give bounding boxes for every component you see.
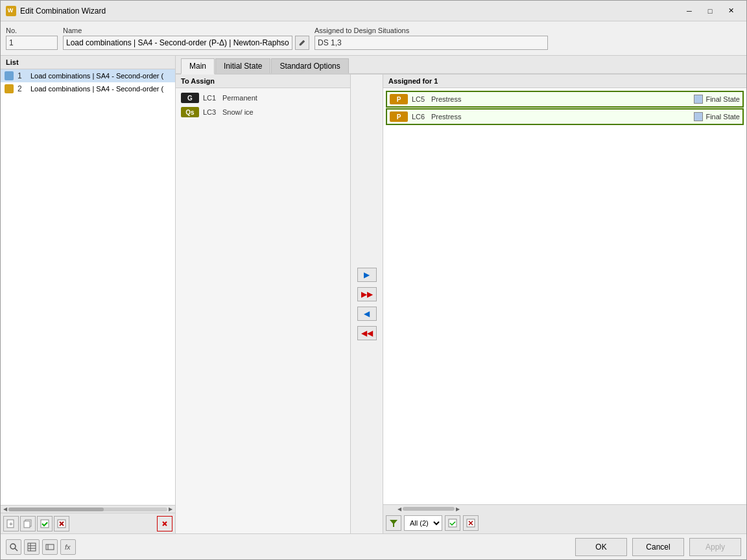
assigned-header: Assigned for 1: [383, 75, 746, 88]
title-bar: W Edit Combination Wizard ─ □ ✕: [1, 1, 746, 21]
filter-select[interactable]: All (2): [404, 515, 442, 531]
svg-text:W: W: [8, 7, 14, 14]
assigned-scrollbar[interactable]: ◀ ▶: [383, 505, 746, 513]
to-assign-header: To Assign: [176, 75, 350, 88]
right-panel: Main Initial State Standard Options To A…: [176, 56, 746, 533]
list-item-icon: [5, 84, 14, 93]
assign-name: Permanent: [222, 94, 257, 102]
list-item-num: 2: [18, 84, 28, 93]
name-field-group: Name: [63, 27, 309, 50]
bottom-left-tools: fx: [6, 539, 76, 555]
list-item-num: 1: [18, 71, 28, 80]
formula-button[interactable]: fx: [60, 539, 76, 555]
tab-standard-options[interactable]: Standard Options: [271, 58, 348, 73]
scroll-left[interactable]: ◀: [396, 505, 403, 513]
tab-content: To Assign G LC1 Permanent Qs LC3 Snow/ i…: [176, 75, 746, 533]
to-assign-content: G LC1 Permanent Qs LC3 Snow/ ice: [176, 88, 350, 533]
assign-badge-qs: Qs: [181, 107, 199, 117]
no-input[interactable]: [6, 36, 58, 50]
main-area: List 1 Load combinations | SA4 - Second-…: [1, 56, 746, 533]
assigned-name: Prestress: [431, 95, 694, 103]
assigned-badge-lc5: P: [390, 94, 408, 104]
list-content: 1 Load combinations | SA4 - Second-order…: [1, 69, 175, 505]
assign-item[interactable]: Qs LC3 Snow/ ice: [178, 105, 348, 119]
check-all-button[interactable]: [445, 515, 460, 531]
no-field-group: No.: [6, 27, 58, 50]
left-panel: List 1 Load combinations | SA4 - Second-…: [1, 56, 176, 533]
assigned-name: Prestress: [431, 113, 694, 121]
move-right-all-button[interactable]: ▶▶: [357, 287, 377, 301]
edit-name-button[interactable]: [295, 36, 309, 50]
to-assign-panel: To Assign G LC1 Permanent Qs LC3 Snow/ i…: [176, 75, 351, 533]
scroll-right[interactable]: ▶: [455, 505, 461, 513]
search-button[interactable]: [6, 539, 21, 555]
list-item-icon: [5, 71, 14, 80]
assigned-code: LC6: [412, 113, 431, 121]
table-button[interactable]: [24, 539, 40, 555]
name-input[interactable]: [63, 36, 292, 50]
tab-main[interactable]: Main: [181, 58, 215, 75]
state-label: Final State: [706, 113, 740, 121]
window-title: Edit Combination Wizard: [20, 6, 679, 16]
assigned-panel: Assigned for 1 P LC5 Prestress Final Sta…: [383, 75, 746, 533]
assign-item[interactable]: G LC1 Permanent: [178, 91, 348, 105]
ok-button[interactable]: OK: [575, 538, 627, 556]
assign-name: Snow/ ice: [222, 108, 254, 116]
cancel-button[interactable]: Cancel: [632, 538, 684, 556]
top-section: No. Name Assigned to Design Situations: [1, 21, 746, 56]
content-area: No. Name Assigned to Design Situations: [1, 21, 746, 533]
scrollbar-track[interactable]: [8, 508, 167, 511]
filter-button[interactable]: [386, 515, 401, 531]
svg-marker-8: [390, 520, 397, 527]
no-label: No.: [6, 27, 58, 34]
assigned-input[interactable]: [314, 36, 548, 50]
maximize-button[interactable]: □: [700, 4, 720, 18]
assigned-label: Assigned to Design Situations: [314, 27, 548, 34]
svg-rect-5: [24, 521, 30, 528]
state-indicator: [694, 112, 703, 121]
right-toolbar: All (2): [383, 513, 746, 533]
svg-rect-13: [28, 543, 36, 551]
svg-rect-9: [449, 519, 456, 527]
uncheck-all-button[interactable]: [463, 515, 479, 531]
svg-rect-17: [46, 544, 54, 550]
assigned-item[interactable]: P LC6 Prestress Final State: [386, 108, 744, 125]
uncheck-button[interactable]: [54, 516, 69, 531]
svg-text:+: +: [9, 520, 13, 528]
scroll-thumb[interactable]: [403, 507, 455, 511]
copy-item-button[interactable]: [20, 516, 36, 531]
apply-button[interactable]: Apply: [689, 538, 741, 556]
scrollbar-thumb[interactable]: [8, 508, 104, 511]
tab-initial-state[interactable]: Initial State: [215, 58, 270, 73]
main-window: W Edit Combination Wizard ─ □ ✕ No. Name: [0, 0, 747, 560]
move-left-all-button[interactable]: ◀◀: [357, 326, 377, 340]
list-header: List: [1, 56, 175, 69]
left-scrollbar[interactable]: ◀ ▶: [1, 505, 175, 513]
bottom-right-buttons: OK Cancel Apply: [575, 538, 741, 556]
minimize-button[interactable]: ─: [679, 4, 700, 18]
assigned-item[interactable]: P LC5 Prestress Final State: [386, 91, 744, 108]
list-item[interactable]: 1 Load combinations | SA4 - Second-order…: [1, 69, 175, 82]
delete-button[interactable]: [157, 516, 172, 531]
move-left-one-button[interactable]: ◀: [357, 307, 377, 321]
arrow-panel: ▶ ▶▶ ◀ ◀◀: [351, 75, 383, 533]
list-item[interactable]: 2 Load combinations | SA4 - Second-order…: [1, 82, 175, 95]
assigned-bottom: ◀ ▶ All (: [383, 504, 746, 533]
assigned-content: P LC5 Prestress Final State P LC6 Prestr…: [383, 88, 746, 504]
check-button[interactable]: [37, 516, 53, 531]
assign-code: LC1: [203, 94, 222, 102]
assigned-badge-lc6: P: [390, 111, 408, 122]
close-button[interactable]: ✕: [720, 4, 741, 18]
svg-rect-6: [41, 520, 49, 528]
svg-point-11: [10, 544, 16, 549]
svg-text:fx: fx: [65, 543, 71, 551]
assigned-code: LC5: [412, 95, 431, 103]
view-button[interactable]: [42, 539, 58, 555]
new-item-button[interactable]: +: [3, 516, 19, 531]
window-controls: ─ □ ✕: [679, 4, 741, 18]
move-right-one-button[interactable]: ▶: [357, 268, 377, 282]
app-icon: W: [6, 6, 16, 16]
state-indicator: [694, 95, 703, 104]
name-label: Name: [63, 27, 309, 34]
assign-badge-g: G: [181, 93, 199, 103]
